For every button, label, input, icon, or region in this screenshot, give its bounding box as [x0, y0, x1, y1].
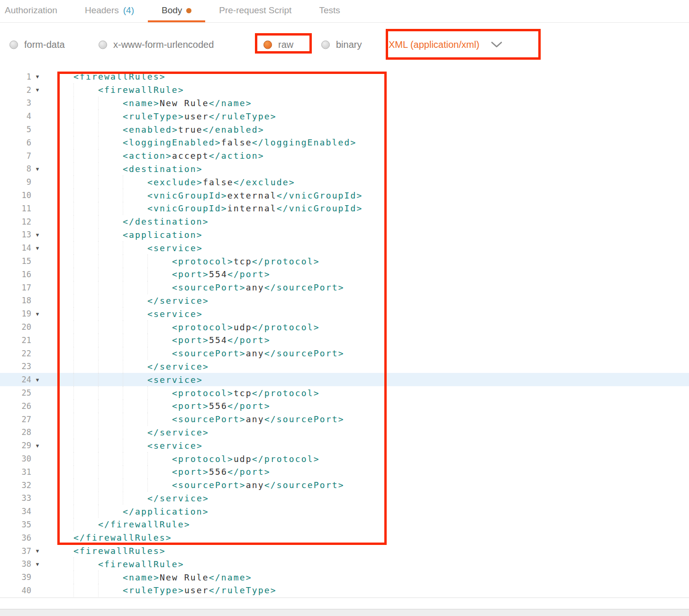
- body-mode-x-www-form-urlencoded[interactable]: x-www-form-urlencoded: [99, 39, 214, 50]
- code-line[interactable]: 28▾</service>: [0, 426, 689, 439]
- fold-arrow-icon[interactable]: ▾: [31, 547, 44, 554]
- code-line[interactable]: 19▾<service>: [0, 307, 689, 320]
- code-line[interactable]: 26▾<port>556</port>: [0, 399, 689, 413]
- code-line[interactable]: 34▾</application>: [0, 505, 689, 518]
- body-mode-binary[interactable]: binary: [321, 39, 362, 50]
- code-line[interactable]: 8▾<destination>: [0, 163, 689, 176]
- code-line[interactable]: 3▾<name>New Rule</name>: [0, 97, 689, 110]
- code-line[interactable]: 14▾<service>: [0, 241, 689, 254]
- code-line[interactable]: 7▾<action>accept</action>: [0, 149, 689, 163]
- code-line[interactable]: 31▾<port>556</port>: [0, 465, 689, 479]
- xml-tag-token: <service>: [147, 375, 203, 385]
- code-text: <port>556</port>: [44, 399, 271, 413]
- code-text: <firewallRules>: [44, 544, 166, 558]
- indent-guide: [98, 215, 123, 228]
- code-line[interactable]: 30▾<protocol>udp</protocol>: [0, 452, 689, 465]
- line-number: 28: [4, 427, 31, 437]
- content-type-dropdown[interactable]: XML (application/xml): [389, 39, 502, 50]
- code-line[interactable]: 37▾<firewallRules>: [0, 544, 689, 558]
- line-number: 10: [4, 190, 31, 200]
- line-number: 30: [4, 454, 31, 463]
- code-line[interactable]: 13▾<application>: [0, 228, 689, 242]
- code-line[interactable]: 10▾<vnicGroupId>external</vnicGroupId>: [0, 189, 689, 202]
- gutter: 29▾: [0, 439, 44, 452]
- fold-arrow-icon[interactable]: ▾: [31, 73, 44, 80]
- indent-guide: [147, 268, 172, 281]
- code-line[interactable]: 11▾<vnicGroupId>internal</vnicGroupId>: [0, 202, 689, 215]
- gutter: 25▾: [0, 386, 44, 399]
- code-line[interactable]: 18▾</service>: [0, 294, 689, 308]
- xml-text-token: 554: [209, 269, 227, 279]
- code-line[interactable]: 32▾<sourcePort>any</sourcePort>: [0, 479, 689, 492]
- tab-pre-request-script[interactable]: Pre-request Script: [205, 0, 305, 22]
- indent-guide: [73, 518, 98, 531]
- code-line[interactable]: 35▾</firewallRule>: [0, 518, 689, 531]
- code-line[interactable]: 5▾<enabled>true</enabled>: [0, 123, 689, 136]
- code-line[interactable]: 6▾<loggingEnabled>false</loggingEnabled>: [0, 136, 689, 149]
- fold-arrow-icon[interactable]: ▾: [31, 376, 44, 383]
- code-line[interactable]: 27▾<sourcePort>any</sourcePort>: [0, 413, 689, 426]
- gutter: 15▾: [0, 254, 44, 268]
- body-mode-label: raw: [278, 39, 293, 50]
- code-line[interactable]: 15▾<protocol>tcp</protocol>: [0, 254, 689, 268]
- radio-button-icon[interactable]: [321, 40, 330, 49]
- code-line[interactable]: 39▾<name>New Rule</name>: [0, 571, 689, 584]
- body-mode-form-data[interactable]: form-data: [9, 39, 65, 50]
- fold-arrow-icon[interactable]: ▾: [31, 165, 44, 172]
- code-line[interactable]: 20▾<protocol>udp</protocol>: [0, 320, 689, 334]
- indent-guide: [123, 202, 147, 215]
- xml-tag-token: </service>: [147, 362, 209, 371]
- code-line[interactable]: 29▾<service>: [0, 439, 689, 452]
- chevron-down-icon: [491, 41, 502, 48]
- fold-arrow-icon[interactable]: ▾: [31, 231, 44, 238]
- code-line[interactable]: 16▾<port>554</port>: [0, 268, 689, 281]
- code-editor[interactable]: 1▾<firewallRules>2▾<firewallRule>3▾<name…: [0, 70, 689, 597]
- code-line[interactable]: 4▾<ruleType>user</ruleType>: [0, 109, 689, 123]
- code-line[interactable]: 2▾<firewallRule>: [0, 83, 689, 97]
- xml-text-token: false: [203, 177, 234, 187]
- code-line[interactable]: 9▾<exclude>false</exclude>: [0, 175, 689, 189]
- radio-button-icon[interactable]: [263, 40, 272, 49]
- indent-guide: [98, 399, 123, 413]
- indent-guide: [98, 373, 123, 386]
- indent-guide: [123, 347, 147, 360]
- indent-guide: [73, 584, 98, 597]
- gutter: 38▾: [0, 557, 44, 571]
- tab-headers[interactable]: Headers(4): [71, 0, 148, 22]
- xml-tag-token: </service>: [147, 296, 209, 306]
- code-line[interactable]: 21▾<port>554</port>: [0, 334, 689, 347]
- code-line[interactable]: 40▾<ruleType>user</ruleType>: [0, 584, 689, 597]
- code-line[interactable]: 36▾</firewallRules>: [0, 531, 689, 544]
- fold-arrow-icon[interactable]: ▾: [31, 442, 44, 449]
- radio-button-icon[interactable]: [9, 40, 18, 49]
- code-line[interactable]: 25▾<protocol>tcp</protocol>: [0, 386, 689, 399]
- body-mode-raw[interactable]: raw: [263, 39, 293, 50]
- code-line[interactable]: 38▾<firewallRule>: [0, 557, 689, 571]
- xml-tag-token: </firewallRule>: [98, 519, 190, 529]
- indent-guide: [98, 281, 123, 294]
- fold-arrow-icon[interactable]: ▾: [31, 86, 44, 93]
- code-line[interactable]: 22▾<sourcePort>any</sourcePort>: [0, 347, 689, 360]
- code-line[interactable]: 12▾</destination>: [0, 215, 689, 228]
- fold-arrow-icon[interactable]: ▾: [31, 561, 44, 568]
- code-line[interactable]: 1▾<firewallRules>: [0, 70, 689, 83]
- code-text: <destination>: [44, 163, 203, 176]
- code-line[interactable]: 33▾</service>: [0, 492, 689, 505]
- code-line[interactable]: 24▾<service>: [0, 373, 689, 386]
- code-text: <loggingEnabled>false</loggingEnabled>: [44, 136, 357, 149]
- fold-arrow-icon[interactable]: ▾: [31, 245, 44, 252]
- radio-button-icon[interactable]: [99, 40, 107, 49]
- fold-arrow-icon[interactable]: ▾: [31, 310, 44, 317]
- indent-guide: [73, 320, 98, 334]
- indent-guide: [98, 334, 123, 347]
- tab-tests[interactable]: Tests: [305, 0, 354, 22]
- line-number: 40: [4, 586, 31, 595]
- line-number: 32: [4, 480, 31, 490]
- line-number: 4: [4, 111, 31, 121]
- horizontal-scrollbar[interactable]: [0, 609, 689, 616]
- indent-guide: [73, 479, 98, 492]
- tab-authorization[interactable]: Authorization: [5, 0, 71, 22]
- tab-body[interactable]: Body: [148, 0, 205, 22]
- code-line[interactable]: 23▾</service>: [0, 360, 689, 373]
- code-line[interactable]: 17▾<sourcePort>any</sourcePort>: [0, 281, 689, 294]
